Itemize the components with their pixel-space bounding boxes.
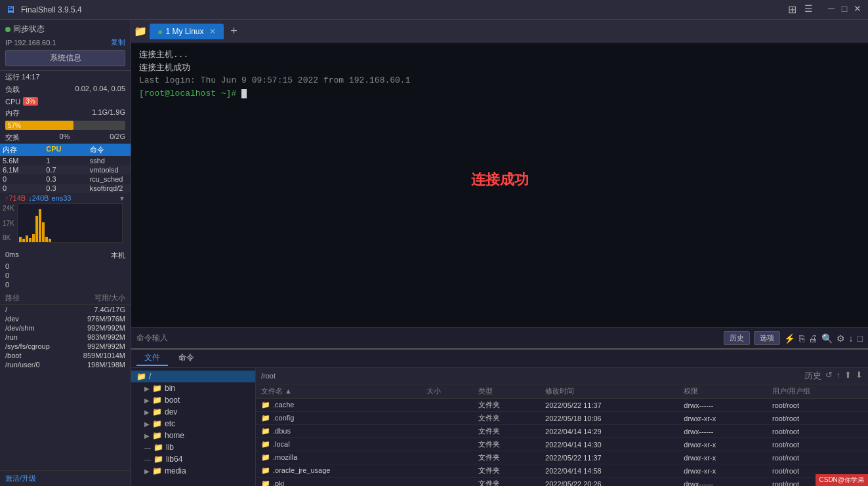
app-title: FinalShell 3.9.5.4	[21, 5, 82, 14]
tree-label-home: home	[165, 431, 184, 440]
file-main: /root 历史 ↺ ↑ ⬆ ⬇ 文件名 ▲	[256, 368, 868, 486]
proc-row: 5.6M1sshd	[0, 156, 131, 165]
terminal-line-4: [root@localhost ~]#	[139, 87, 860, 100]
folder-icon: 📁	[152, 384, 162, 393]
tree-label-bin: bin	[165, 384, 175, 393]
col-filename[interactable]: 文件名 ▲	[256, 384, 421, 399]
arrow-icon: ▶	[144, 385, 150, 392]
titlebar-controls: ⊞ ☰ ─ □ ✕	[788, 3, 863, 16]
col-size[interactable]: 大小	[421, 384, 473, 399]
connect-success-msg: 连接成功	[471, 170, 529, 190]
latency-header-row: 0ms 本机	[0, 249, 131, 262]
list-view-icon[interactable]: ☰	[804, 3, 813, 16]
terminal-cursor	[241, 89, 247, 98]
col-perm[interactable]: 权限	[678, 384, 767, 399]
minimize-button[interactable]: ─	[826, 3, 837, 14]
proc-col-mem: 内存	[3, 145, 41, 155]
tree-item-lib64[interactable]: — 📁 lib64	[131, 453, 255, 465]
activate-button[interactable]: 激活/升级	[0, 470, 131, 486]
copy-icon[interactable]: ⎘	[799, 333, 804, 344]
col-owner[interactable]: 用户/用户组	[767, 384, 868, 399]
download-icon[interactable]: ↓	[849, 333, 854, 344]
file-row[interactable]: 📁.mozilla 文件夹 2022/05/22 11:37 drwxr-xr-…	[256, 451, 868, 464]
file-row[interactable]: 📁.config 文件夹 2022/05/18 10:06 drwxr-xr-x…	[256, 412, 868, 425]
app-icon: 🖥	[5, 4, 16, 16]
latency-row-1: 0	[0, 262, 131, 271]
chart-bar	[32, 234, 35, 242]
arrow-icon: ▶	[144, 409, 150, 416]
titlebar: 🖥 FinalShell 3.9.5.4 ⊞ ☰ ─ □ ✕	[0, 0, 868, 20]
net-chart-area: 24K 17K 8K	[3, 203, 128, 249]
col-type[interactable]: 类型	[473, 384, 540, 399]
disk-row: /run983M/992M	[0, 333, 131, 342]
sidebar-top: 同步状态 IP 192.168.60.1 复制 系统信息	[0, 20, 131, 71]
cpu-label: CPU	[5, 98, 20, 106]
file-row[interactable]: 📁.cache 文件夹 2022/05/22 11:37 drwx------ …	[256, 399, 868, 412]
tab-command[interactable]: 命令	[171, 351, 202, 366]
maximize-button[interactable]: □	[839, 3, 850, 14]
latency-row-2: 0	[0, 271, 131, 280]
print-icon[interactable]: 🖨	[808, 333, 817, 344]
tab-close-button[interactable]: ✕	[209, 27, 216, 36]
mem-row: 内存 1.1G/1.9G 57%	[0, 107, 131, 131]
tree-item-dev[interactable]: ▶ 📁 dev	[131, 406, 255, 418]
download-icon[interactable]: ⬇	[856, 370, 863, 382]
file-row[interactable]: 📁.dbus 文件夹 2022/04/14 14:29 drwx------ r…	[256, 425, 868, 438]
arrow-icon: —	[144, 456, 151, 463]
folder-icon: 📁	[154, 455, 163, 464]
tree-item-etc[interactable]: ▶ 📁 etc	[131, 418, 255, 430]
disk-row: /boot859M/1014M	[0, 351, 131, 360]
mem-detail: 1.1G/1.9G	[92, 108, 125, 118]
tree-label-lib64: lib64	[166, 455, 182, 464]
grid-view-icon[interactable]: ⊞	[788, 3, 796, 16]
folder-icon: 📁	[136, 372, 146, 381]
file-content: 📁 / ▶ 📁 bin ▶ 📁 boot ▶	[131, 368, 868, 486]
net-chart	[17, 203, 123, 243]
up-icon[interactable]: ↑	[837, 370, 841, 382]
filter-button[interactable]: 选项	[754, 331, 780, 345]
tree-item-boot[interactable]: ▶ 📁 boot	[131, 394, 255, 406]
tree-item-lib[interactable]: — 📁 lib	[131, 441, 255, 453]
tree-item-home[interactable]: ▶ 📁 home	[131, 430, 255, 441]
search-icon[interactable]: 🔍	[821, 333, 833, 344]
close-button[interactable]: ✕	[852, 3, 863, 14]
file-row[interactable]: 📁.local 文件夹 2022/04/14 14:30 drwxr-xr-x …	[256, 438, 868, 451]
tree-item-root[interactable]: 📁 /	[131, 371, 255, 382]
swap-detail: 0/2G	[110, 132, 125, 142]
upload-icon[interactable]: ⬆	[844, 370, 852, 382]
folder-nav-icon[interactable]: 📁	[134, 25, 147, 37]
chart-bar	[19, 237, 22, 242]
arrow-icon: ▶	[144, 397, 150, 404]
file-row[interactable]: 📁.oracle_jre_usage 文件夹 2022/04/14 14:58 …	[256, 464, 868, 477]
tree-label-media: media	[165, 466, 186, 476]
terminal[interactable]: 连接主机... 连接主机成功 Last login: Thu Jun 9 09:…	[131, 43, 868, 327]
net-dropdown-icon[interactable]: ▼	[119, 195, 125, 202]
file-tabs: 文件 命令	[131, 350, 868, 368]
sysinfo-button[interactable]: 系统信息	[5, 50, 125, 66]
sync-label: 同步状态	[13, 24, 45, 35]
file-table-body: 📁.cache 文件夹 2022/05/22 11:37 drwx------ …	[256, 399, 868, 487]
terminal-line-1: 连接主机...	[139, 49, 860, 62]
file-table-header: 文件名 ▲ 大小 类型 修改时间 权限 用户/用户组	[256, 384, 868, 399]
folder-icon: 📁	[152, 466, 162, 476]
chart-bar	[29, 238, 31, 242]
net-down: ↓240B	[28, 194, 49, 202]
history-button[interactable]: 历史	[724, 331, 750, 345]
latency-label: 0ms	[5, 251, 19, 260]
copy-ip-button[interactable]: 复制	[111, 37, 125, 47]
refresh-icon[interactable]: ↺	[825, 370, 833, 382]
file-row[interactable]: 📁.pki 文件夹 2022/05/22 20:26 drwx------ ro…	[256, 477, 868, 487]
chart-bars	[18, 204, 122, 242]
settings-icon[interactable]: ⚙	[837, 333, 845, 344]
history-label: 历史	[804, 370, 821, 382]
tree-item-bin[interactable]: ▶ 📁 bin	[131, 382, 255, 394]
tab-my-linux[interactable]: ● 1 My Linux ✕	[150, 24, 224, 39]
swap-row: 交换 0% 0/2G	[0, 131, 131, 144]
lightning-icon[interactable]: ⚡	[784, 333, 795, 344]
tab-file[interactable]: 文件	[136, 351, 168, 366]
tree-item-media[interactable]: ▶ 📁 media	[131, 465, 255, 477]
add-tab-button[interactable]: +	[226, 24, 242, 39]
disk-row: /dev976M/976M	[0, 314, 131, 323]
window-icon[interactable]: □	[858, 333, 863, 344]
col-modified[interactable]: 修改时间	[540, 384, 678, 399]
